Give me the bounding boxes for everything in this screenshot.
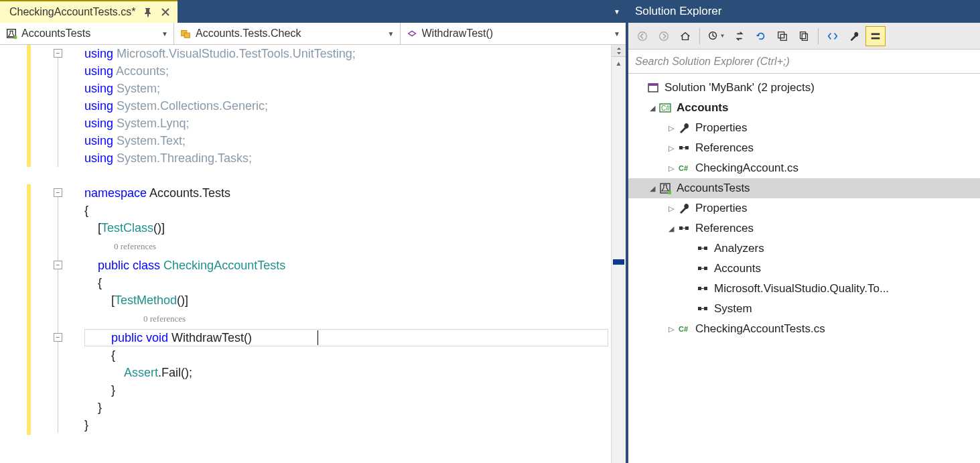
- chevron-down-icon: ▼: [161, 30, 168, 38]
- fold-toggle[interactable]: [54, 261, 62, 269]
- fold-toggle[interactable]: [54, 333, 62, 342]
- nav-scope-dropdown[interactable]: AccountsTests ▼: [0, 23, 174, 44]
- file-node[interactable]: ▷ C# CheckingAccount.cs: [628, 158, 980, 178]
- nav-member-dropdown[interactable]: WithdrawTest() ▼: [401, 23, 626, 44]
- references-icon: [695, 241, 710, 256]
- codelens-references[interactable]: 0 references: [143, 310, 186, 328]
- home-button[interactable]: [675, 26, 695, 46]
- svg-rect-27: [704, 247, 707, 250]
- references-icon: [677, 221, 691, 236]
- code-area[interactable]: using Microsoft.VisualStudio.TestTools.U…: [0, 45, 626, 463]
- scroll-caret-marker: [613, 259, 624, 265]
- svg-rect-31: [701, 268, 704, 269]
- solution-explorer-title: Solution Explorer: [628, 0, 980, 23]
- refresh-button[interactable]: [751, 26, 771, 46]
- collapse-all-button[interactable]: [772, 26, 792, 46]
- close-icon[interactable]: [160, 7, 171, 17]
- solution-tree[interactable]: Solution 'MyBank' (2 projects) ◢ C# Acco…: [628, 74, 980, 463]
- svg-rect-35: [698, 307, 701, 310]
- expander-closed-icon[interactable]: ▷: [666, 325, 677, 334]
- scroll-up-icon[interactable]: ▲: [612, 57, 626, 69]
- references-node[interactable]: ▷ References: [628, 138, 980, 158]
- svg-rect-26: [698, 247, 701, 250]
- svg-rect-7: [778, 31, 784, 38]
- back-button[interactable]: [632, 26, 652, 46]
- editor-tab-active[interactable]: CheckingAccountTests.cs*: [0, 0, 178, 23]
- svg-rect-33: [704, 287, 707, 290]
- nav-scope-label: AccountsTests: [21, 27, 157, 40]
- nav-class-dropdown[interactable]: Accounts.Tests.Check ▼: [174, 23, 401, 44]
- references-icon: [695, 302, 710, 316]
- code-text[interactable]: using Microsoft.VisualStudio.TestTools.U…: [84, 45, 626, 463]
- csharp-file-icon: C#: [677, 322, 691, 336]
- wrench-icon: [677, 201, 691, 216]
- fold-toggle[interactable]: [54, 49, 62, 58]
- show-all-files-button[interactable]: [794, 26, 814, 46]
- class-icon: [180, 27, 192, 40]
- editor-tab-label: CheckingAccountTests.cs*: [9, 6, 136, 18]
- svg-text:C#: C#: [679, 164, 688, 172]
- svg-rect-1: [14, 36, 17, 40]
- svg-rect-19: [683, 147, 685, 148]
- pending-changes-filter-button[interactable]: ▼: [704, 26, 728, 46]
- editor-tab-bar: CheckingAccountTests.cs* ▼: [0, 0, 626, 23]
- svg-rect-14: [648, 84, 658, 86]
- file-node[interactable]: ▷ C# CheckingAccountTests.cs: [628, 319, 980, 339]
- svg-rect-30: [704, 267, 707, 270]
- properties-node[interactable]: ▷ Properties: [628, 118, 980, 138]
- nav-member-label: WithdrawTest(): [422, 27, 610, 40]
- properties-button[interactable]: [844, 26, 864, 46]
- solution-icon: [646, 80, 660, 95]
- test-project-icon: [658, 181, 673, 196]
- codelens-references[interactable]: 0 references: [114, 238, 156, 255]
- fold-toggle[interactable]: [54, 188, 62, 197]
- code-gutter: [31, 45, 84, 463]
- svg-rect-24: [685, 226, 689, 230]
- properties-node[interactable]: ▷ Properties: [628, 198, 980, 218]
- vertical-scrollbar[interactable]: ▲: [611, 45, 626, 463]
- svg-text:C#: C#: [679, 325, 688, 333]
- expander-closed-icon[interactable]: ▷: [666, 164, 677, 173]
- navigation-bar: AccountsTests ▼ Accounts.Tests.Check ▼ W…: [0, 23, 626, 45]
- svg-rect-32: [698, 287, 701, 290]
- reference-item[interactable]: Microsoft.VisualStudio.Quality.To...: [628, 279, 980, 299]
- project-node-accountstests[interactable]: ◢ AccountsTests: [628, 178, 980, 198]
- active-files-dropdown[interactable]: ▼: [608, 0, 626, 23]
- chevron-down-icon: ▼: [388, 30, 395, 38]
- forward-button[interactable]: [654, 26, 674, 46]
- svg-rect-34: [701, 288, 704, 289]
- reference-item[interactable]: Analyzers: [628, 239, 980, 259]
- reference-item[interactable]: System: [628, 299, 980, 319]
- csharp-file-icon: C#: [677, 161, 691, 176]
- preview-selected-button[interactable]: [865, 26, 886, 46]
- references-icon: [695, 281, 710, 296]
- reference-item[interactable]: Accounts: [628, 259, 980, 279]
- svg-rect-10: [802, 34, 807, 40]
- solution-search-input[interactable]: [628, 50, 980, 73]
- svg-rect-22: [668, 191, 671, 194]
- solution-explorer-search[interactable]: [628, 50, 980, 74]
- svg-text:C#: C#: [661, 105, 670, 112]
- svg-rect-25: [683, 228, 685, 228]
- expander-open-icon[interactable]: ◢: [647, 184, 658, 193]
- expander-open-icon[interactable]: ◢: [647, 104, 658, 113]
- solution-root-node[interactable]: Solution 'MyBank' (2 projects): [628, 78, 980, 98]
- svg-rect-37: [701, 308, 704, 309]
- view-code-button[interactable]: [823, 26, 843, 46]
- pin-icon[interactable]: [143, 7, 153, 17]
- expander-open-icon[interactable]: ◢: [666, 224, 677, 233]
- split-handle-icon[interactable]: [612, 45, 626, 57]
- expander-closed-icon[interactable]: ▷: [666, 124, 677, 133]
- references-node[interactable]: ◢ References: [628, 218, 980, 239]
- method-icon: [406, 27, 418, 40]
- editor-pane: CheckingAccountTests.cs* ▼ AccountsTests…: [0, 0, 628, 463]
- svg-rect-12: [871, 37, 880, 39]
- project-node-accounts[interactable]: ◢ C# Accounts: [628, 98, 980, 118]
- sync-button[interactable]: [729, 26, 750, 46]
- nav-class-label: Accounts.Tests.Check: [196, 27, 384, 40]
- expander-closed-icon[interactable]: ▷: [666, 204, 677, 213]
- expander-closed-icon[interactable]: ▷: [666, 144, 677, 153]
- chevron-down-icon: ▼: [614, 30, 620, 38]
- solution-explorer-toolbar: ▼: [628, 23, 980, 50]
- svg-rect-3: [184, 33, 190, 38]
